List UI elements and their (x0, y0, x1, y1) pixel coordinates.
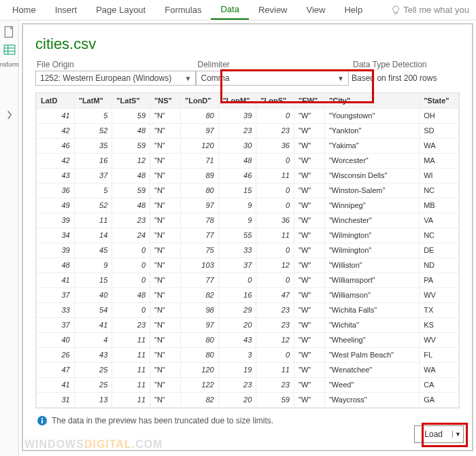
table-cell: 0 (112, 243, 150, 258)
table-cell: NC (420, 183, 459, 198)
file-origin-option: File Origin 1252: Western European (Wind… (35, 60, 196, 86)
table-cell: 0 (112, 258, 150, 273)
table-cell: 23 (218, 377, 256, 392)
table-row[interactable]: 374123"N"972023"W""Wichita"KS (37, 317, 459, 332)
table-cell: "West Palm Beach" (324, 347, 419, 362)
table-cell: 48 (112, 198, 150, 213)
table-cell: KS (420, 317, 459, 332)
table-row[interactable]: 412511"N"1222323"W""Weed"CA (37, 377, 459, 392)
table-row[interactable]: 39450"N"75330"W""Wilmington"DE (37, 243, 459, 258)
table-cell: 23 (112, 213, 150, 228)
ribbon-tab-formulas[interactable]: Formulas (155, 1, 211, 19)
table-cell: 0 (256, 243, 294, 258)
table-row[interactable]: 433748"N"894611"W""Wisconsin Dells"WI (37, 168, 459, 183)
file-origin-select[interactable]: 1252: Western European (Windows) ▼ (35, 71, 196, 86)
ribbon-tab-page-layout[interactable]: Page Layout (86, 1, 155, 19)
load-button[interactable]: Load ▼ (414, 425, 464, 443)
column-header[interactable]: "NS" (150, 93, 181, 108)
ribbon-tab-help[interactable]: Help (335, 1, 372, 19)
table-cell: 97 (180, 317, 218, 332)
table-cell: 120 (180, 362, 218, 377)
table-row[interactable]: 495248"N"9790"W""Winnipeg"MB (37, 198, 459, 213)
table-cell: 31 (37, 392, 75, 407)
table-cell: WV (420, 332, 459, 347)
table-cell: "N" (150, 168, 181, 183)
table-cell: "N" (150, 302, 181, 317)
ribbon-tab-data[interactable]: Data (211, 0, 248, 20)
table-cell: 40 (37, 332, 75, 347)
detection-value: Based on first 200 rows (352, 73, 437, 83)
table-cell: 0 (112, 302, 150, 317)
ribbon-tab-insert[interactable]: Insert (46, 1, 87, 19)
table-row[interactable]: 41150"N"7700"W""Williamsport"PA (37, 273, 459, 287)
column-header[interactable]: "LonD" (180, 93, 218, 108)
table-cell: "N" (150, 153, 181, 168)
group-label: nsform (0, 61, 18, 68)
table-cell: 0 (218, 273, 256, 287)
table-cell: 12 (256, 332, 294, 347)
column-header[interactable]: "City" (324, 93, 419, 108)
delimiter-select[interactable]: Comma ▼ (196, 71, 349, 86)
expand-icon[interactable] (3, 109, 16, 121)
table-row[interactable]: 264311"N"8030"W""West Palm Beach"FL (37, 347, 459, 362)
table-cell: 78 (180, 213, 218, 228)
column-header[interactable]: LatD (37, 93, 75, 108)
ribbon-tabs: HomeInsertPage LayoutFormulasDataReviewV… (0, 0, 476, 20)
table-cell: 11 (256, 362, 294, 377)
table-cell: "Winchester" (324, 213, 419, 228)
table-row[interactable]: 374048"N"821647"W""Williamson"WV (37, 287, 459, 302)
table-cell: "Wisconsin Dells" (324, 168, 419, 183)
table-cell: "W" (294, 273, 325, 287)
ribbon-tab-view[interactable]: View (297, 1, 335, 19)
table-cell: SD (420, 123, 459, 138)
table-row[interactable]: 341424"N"775511"W""Wilmington"NC (37, 228, 459, 243)
table-cell: "Waycross" (324, 392, 419, 407)
table-cell: 15 (218, 183, 256, 198)
column-header[interactable]: "LonS" (256, 93, 294, 108)
table-cell: 59 (112, 108, 150, 123)
table-cell: 120 (180, 138, 218, 153)
table-cell: 48 (112, 287, 150, 302)
column-header[interactable]: "State" (420, 93, 459, 108)
preview-table: LatD"LatM""LatS""NS""LonD""LonM""LonS""E… (36, 93, 459, 408)
table-cell: "W" (294, 123, 325, 138)
table-cell: 46 (37, 138, 75, 153)
delimiter-label: Delimiter (196, 60, 349, 69)
table-row[interactable]: 391123"N"78936"W""Winchester"VA (37, 213, 459, 228)
table-row[interactable]: 311311"N"822059"W""Waycross"GA (37, 392, 459, 407)
table-cell: 37 (218, 258, 256, 273)
table-cell: 9 (218, 198, 256, 213)
ribbon-tab-home[interactable]: Home (3, 1, 46, 19)
table-row[interactable]: 425248"N"972323"W""Yankton"SD (37, 123, 459, 138)
column-header[interactable]: "LonM" (218, 93, 256, 108)
table-row[interactable]: 41559"N"80390"W""Youngstown"OH (37, 108, 459, 123)
table-cell: 80 (180, 347, 218, 362)
column-header[interactable]: "EW" (294, 93, 325, 108)
table-row[interactable]: 33540"N"982923"W""Wichita Falls"TX (37, 302, 459, 317)
table-cell: 23 (112, 317, 150, 332)
table-row[interactable]: 40411"N"804312"W""Wheeling"WV (37, 332, 459, 347)
table-cell: "W" (294, 347, 325, 362)
table-cell: "Winston-Salem" (324, 183, 419, 198)
ribbon-tab-review[interactable]: Review (249, 1, 297, 19)
table-cell: MB (420, 198, 459, 213)
table-row[interactable]: 472511"N"1201911"W""Wenatchee"WA (37, 362, 459, 377)
column-header[interactable]: "LatS" (112, 93, 150, 108)
table-cell: "W" (294, 302, 325, 317)
detection-select[interactable]: Based on first 200 rows (352, 71, 460, 86)
table-row[interactable]: 463559"N"1203036"W""Yakima"WA (37, 138, 459, 153)
table-row[interactable]: 421612"N"71480"W""Worcester"MA (37, 153, 459, 168)
table-row[interactable]: 36559"N"80150"W""Winston-Salem"NC (37, 183, 459, 198)
table-icon[interactable] (3, 43, 16, 56)
tell-me-search[interactable]: Tell me what you (391, 5, 473, 15)
table-cell: "W" (294, 198, 325, 213)
file-icon[interactable] (3, 26, 16, 38)
table-cell: "N" (150, 213, 181, 228)
column-header[interactable]: "LatM" (74, 93, 112, 108)
load-button-dropdown[interactable]: ▼ (452, 431, 463, 438)
table-row[interactable]: 4890"N"1033712"W""Williston"ND (37, 258, 459, 273)
table-cell: "Williston" (324, 258, 419, 273)
table-cell: 122 (180, 377, 218, 392)
table-cell: 23 (218, 123, 256, 138)
table-cell: "Wenatchee" (324, 362, 419, 377)
